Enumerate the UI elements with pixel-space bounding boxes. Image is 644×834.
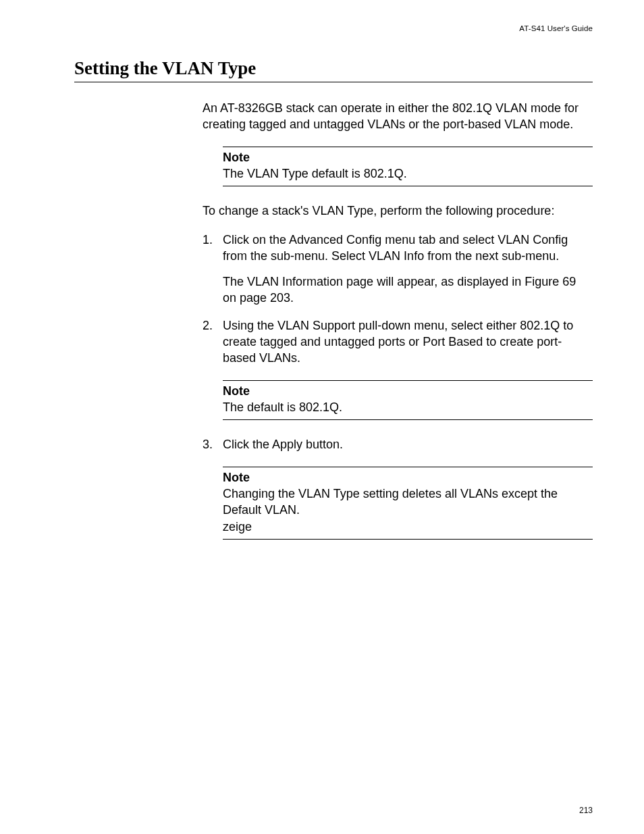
procedure-lead: To change a stack's VLAN Type, perform t… (203, 203, 593, 219)
step-1: Click on the Advanced Config menu tab an… (203, 232, 593, 307)
step-3: Click the Apply button. Note Changing th… (203, 436, 593, 540)
procedure-steps: Click on the Advanced Config menu tab an… (203, 232, 593, 540)
note-label: Note (223, 150, 593, 165)
step-2-text: Using the VLAN Support pull-down menu, s… (223, 319, 573, 365)
note-block-2: Note The default is 802.1Q. (223, 380, 593, 421)
running-head: AT-S41 User's Guide (74, 24, 593, 32)
section-title: Setting the VLAN Type (74, 58, 593, 82)
note-text: The VLAN Type default is 802.1Q. (223, 165, 593, 182)
note-label: Note (223, 470, 593, 486)
step-2: Using the VLAN Support pull-down menu, s… (203, 317, 593, 421)
intro-paragraph: An AT-8326GB stack can operate in either… (203, 100, 593, 133)
note-text: Changing the VLAN Type setting deletes a… (223, 486, 593, 519)
body-column: An AT-8326GB stack can operate in either… (203, 100, 593, 540)
step-1-text: Click on the Advanced Config menu tab an… (223, 233, 568, 263)
note-text: The default is 802.1Q. (223, 399, 593, 415)
page-container: AT-S41 User's Guide Setting the VLAN Typ… (0, 0, 644, 834)
step-3-text: Click the Apply button. (223, 438, 343, 451)
note-block-1: Note The VLAN Type default is 802.1Q. (223, 147, 593, 187)
note-block-3: Note Changing the VLAN Type setting dele… (223, 467, 593, 540)
step-1-sub: The VLAN Information page will appear, a… (223, 273, 593, 307)
page-number: 213 (579, 806, 593, 815)
note-label: Note (223, 384, 593, 399)
